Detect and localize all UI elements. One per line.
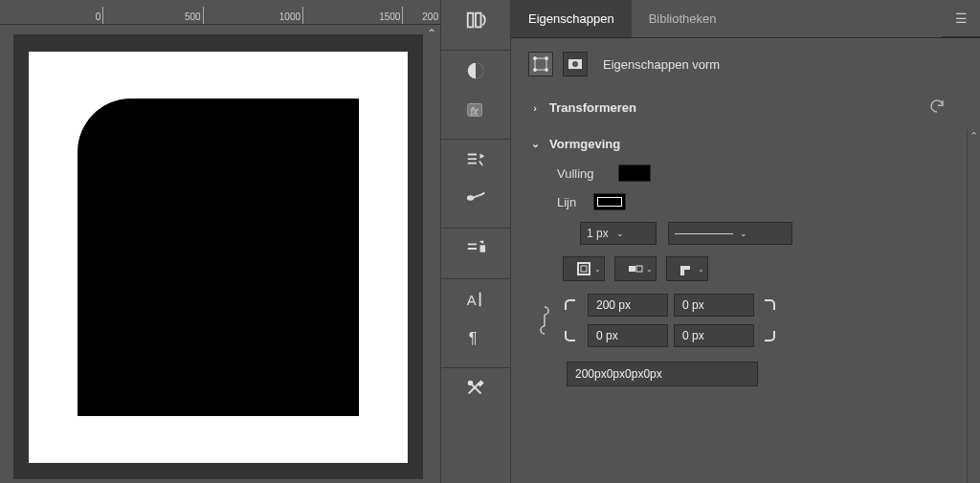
character-panel-icon[interactable]: A xyxy=(461,287,490,312)
ruler-tick: 200 xyxy=(422,11,438,22)
svg-rect-20 xyxy=(636,266,642,272)
stroke-style-value: ──────── xyxy=(675,227,732,240)
svg-rect-18 xyxy=(581,266,587,272)
svg-point-12 xyxy=(546,57,548,60)
chevron-down-icon: ⌄ xyxy=(740,229,747,238)
shape-mode-button[interactable] xyxy=(528,52,553,77)
corner-bl-icon xyxy=(561,326,580,345)
ruler-tick: 0 xyxy=(96,11,101,22)
rounded-rectangle-shape[interactable] xyxy=(78,99,359,416)
panel-toolbar: fx A ¶ xyxy=(440,0,511,483)
svg-point-16 xyxy=(572,61,578,67)
tab-libraries[interactable]: Bibliotheken xyxy=(632,0,734,37)
properties-panel: Eigenschappen Bibliotheken ☰ Eigenschapp… xyxy=(511,0,980,483)
section-appearance-title: Vormgeving xyxy=(549,137,620,151)
corner-tr-icon xyxy=(760,296,779,315)
stroke-label: Lijn xyxy=(557,195,590,209)
svg-point-13 xyxy=(534,69,537,72)
corner-tl-input[interactable]: 200 px xyxy=(588,294,668,317)
section-appearance-header[interactable]: ⌄ Vormgeving xyxy=(528,131,972,157)
stroke-corners-dropdown[interactable]: ⌄ xyxy=(666,256,708,281)
chevron-right-icon: › xyxy=(528,102,542,114)
svg-rect-0 xyxy=(468,13,474,28)
styles-panel-icon[interactable]: fx xyxy=(461,97,490,121)
svg-text:A: A xyxy=(467,293,477,308)
tool-presets-panel-icon[interactable] xyxy=(461,376,490,401)
fill-label: Vulling xyxy=(557,166,614,181)
svg-point-11 xyxy=(534,57,537,60)
canvas-viewport[interactable] xyxy=(13,34,423,479)
svg-text:fx: fx xyxy=(471,106,479,117)
paragraph-panel-icon[interactable]: ¶ xyxy=(461,325,490,350)
mask-mode-button[interactable] xyxy=(563,52,588,77)
svg-rect-19 xyxy=(629,266,635,272)
svg-point-9 xyxy=(469,382,473,385)
stroke-width-value: 1 px xyxy=(587,227,609,240)
history-panel-icon[interactable] xyxy=(461,8,490,33)
artboard xyxy=(29,52,408,463)
link-corners-icon[interactable] xyxy=(538,303,551,338)
corner-bl-input[interactable]: 0 px xyxy=(588,324,668,347)
stroke-style-dropdown[interactable]: ──────── ⌄ xyxy=(668,222,792,245)
chevron-down-icon: ⌄ xyxy=(616,229,624,238)
corner-summary-input[interactable]: 200px0px0px0px xyxy=(567,362,758,386)
svg-rect-17 xyxy=(578,263,590,274)
section-transform-title: Transformeren xyxy=(549,100,636,115)
panel-tab-bar: Eigenschappen Bibliotheken ☰ xyxy=(511,0,980,38)
corner-tr-input[interactable]: 0 px xyxy=(674,294,754,317)
ruler-horizontal: 0 500 1000 1500 200 xyxy=(0,0,440,25)
chevron-down-icon: ⌄ xyxy=(528,138,542,150)
stroke-swatch[interactable] xyxy=(593,193,626,210)
corner-br-input[interactable]: 0 px xyxy=(674,324,754,347)
ruler-tick: 1500 xyxy=(379,11,400,22)
clone-source-panel-icon[interactable] xyxy=(461,236,490,261)
svg-rect-10 xyxy=(535,58,546,70)
panel-scrollbar[interactable]: ⌃ xyxy=(967,129,980,483)
stroke-width-dropdown[interactable]: 1 px ⌄ xyxy=(580,222,657,245)
brushes-panel-icon[interactable] xyxy=(461,186,490,210)
corner-br-icon xyxy=(760,326,779,345)
canvas-scroll-up-button[interactable]: ⌃ xyxy=(425,27,438,40)
ruler-tick: 500 xyxy=(185,11,201,22)
chevron-down-icon: ⌄ xyxy=(646,265,653,274)
tab-properties[interactable]: Eigenschappen xyxy=(511,0,632,37)
reset-transform-icon[interactable] xyxy=(928,98,946,118)
fill-swatch[interactable] xyxy=(618,165,651,182)
svg-rect-1 xyxy=(476,13,481,28)
panel-menu-icon[interactable]: ☰ xyxy=(942,0,980,37)
svg-text:¶: ¶ xyxy=(469,329,478,346)
stroke-caps-dropdown[interactable]: ⌄ xyxy=(614,256,657,281)
brush-settings-panel-icon[interactable] xyxy=(461,147,490,172)
ruler-tick: 1000 xyxy=(279,11,301,22)
panel-title: Eigenschappen vorm xyxy=(603,57,720,72)
chevron-down-icon: ⌄ xyxy=(698,265,704,274)
chevron-down-icon: ⌄ xyxy=(594,265,601,274)
scroll-up-icon[interactable]: ⌃ xyxy=(968,129,980,143)
adjustments-panel-icon[interactable] xyxy=(461,58,490,83)
svg-point-5 xyxy=(468,196,474,200)
canvas-area: 0 500 1000 1500 200 ⌃ xyxy=(0,0,440,483)
svg-point-14 xyxy=(546,69,548,72)
section-transform-header[interactable]: › Transformeren xyxy=(528,92,972,123)
stroke-align-dropdown[interactable]: ⌄ xyxy=(563,256,605,281)
corner-tl-icon xyxy=(561,296,580,315)
